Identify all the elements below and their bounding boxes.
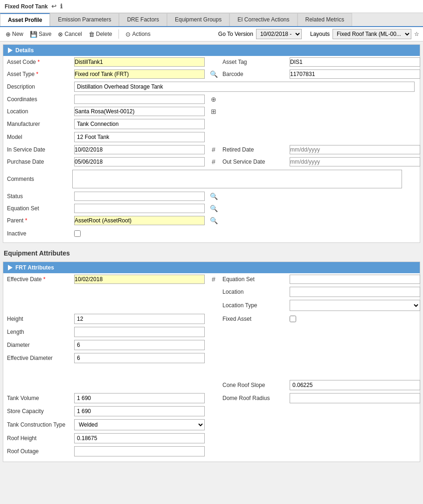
star-icon[interactable]: ☆ [414, 31, 419, 37]
dome-roof-radius-input[interactable] [290, 393, 420, 403]
cancel-icon: ⊗ [58, 31, 63, 38]
in-service-date-label: In Service Date [7, 145, 72, 154]
fixed-asset-label: Fixed Asset [222, 314, 288, 324]
asset-code-label: Asset Code * [7, 58, 72, 66]
delete-icon: 🗑 [89, 31, 95, 38]
tank-construction-type-select[interactable]: Welded [74, 419, 205, 430]
tab-asset-profile[interactable]: Asset Profile [0, 13, 50, 26]
frt-expand-icon[interactable] [8, 265, 13, 270]
asset-code-row: Asset Code * Asset Tag [3, 56, 420, 68]
manufacturer-row: Manufacturer [3, 117, 420, 131]
coordinates-row: Coordinates ⊕ [3, 93, 420, 105]
tab-emission-parameters[interactable]: Emission Parameters [50, 13, 119, 26]
barcode-label: Barcode [222, 70, 288, 78]
frt-location-row: Location ⊞ [3, 285, 420, 298]
height-row: Height Fixed Asset [3, 312, 420, 325]
save-button[interactable]: 💾 Save [28, 30, 53, 39]
status-search-icon[interactable]: 🔍 [207, 192, 221, 201]
tank-volume-label: Tank Volume [7, 393, 72, 403]
roof-height-input[interactable] [74, 433, 205, 443]
purchase-date-label: Purchase Date [7, 158, 72, 166]
actions-icon: ⊙ [125, 31, 131, 38]
retired-date-input[interactable] [290, 145, 420, 154]
asset-type-search-icon[interactable]: 🔍 [207, 69, 221, 79]
layouts-select[interactable]: Fixed Roof Tank (ML-00... [333, 29, 411, 39]
info-icon[interactable]: ℹ [60, 3, 62, 10]
roof-outage-input[interactable] [74, 446, 205, 456]
new-button[interactable]: ⊕ New [4, 30, 25, 39]
status-label: Status [7, 192, 72, 200]
frt-location-type-select[interactable] [290, 300, 420, 311]
store-capacity-input[interactable] [74, 406, 205, 416]
parent-input[interactable] [74, 216, 205, 225]
equation-set-row: Equation Set 🔍 [3, 202, 420, 214]
tab-ei-corrective-actions[interactable]: EI Corrective Actions [229, 13, 297, 26]
delete-button[interactable]: 🗑 Delete [87, 30, 114, 39]
tank-volume-input[interactable] [74, 393, 205, 403]
diameter-input[interactable] [74, 340, 205, 350]
length-label: Length [7, 327, 72, 337]
diameter-label: Diameter [7, 340, 72, 350]
effective-diameter-row: Effective Diameter [3, 352, 420, 365]
frt-equation-set-label: Equation Set [222, 275, 288, 283]
asset-type-input[interactable] [74, 69, 205, 79]
roof-outage-row: Roof Outage [3, 445, 420, 458]
comments-textarea[interactable] [72, 170, 402, 188]
effective-date-row: Effective Date * # Equation Set 🔍 [3, 273, 420, 285]
purchase-date-input[interactable] [74, 157, 205, 166]
height-label: Height [7, 314, 72, 324]
tab-dre-factors[interactable]: DRE Factors [119, 13, 167, 26]
effective-diameter-label: Effective Diameter [7, 353, 72, 363]
coordinates-icon[interactable]: ⊕ [207, 95, 221, 104]
tank-construction-type-label: Tank Construction Type [7, 420, 72, 430]
coordinates-input[interactable] [74, 95, 205, 104]
frt-equation-set-input[interactable] [290, 275, 420, 284]
actions-button[interactable]: ⊙ Actions [124, 30, 152, 39]
fixed-asset-checkbox[interactable] [290, 316, 296, 322]
frt-location-label: Location [222, 287, 288, 297]
diameter-row: Diameter [3, 338, 420, 352]
cone-roof-slope-input[interactable] [290, 380, 420, 390]
back-icon[interactable]: ↩ [51, 3, 56, 10]
manufacturer-input[interactable] [74, 119, 205, 129]
asset-code-input[interactable] [74, 57, 205, 67]
frt-location-type-label: Location Type [222, 300, 288, 311]
cone-roof-row: Cone Roof Slope [3, 379, 420, 392]
asset-tag-input[interactable] [290, 57, 420, 67]
cancel-button[interactable]: ⊗ Cancel [56, 30, 83, 39]
description-input[interactable] [74, 82, 415, 92]
version-select[interactable]: 10/02/2018 - [256, 29, 302, 39]
effective-date-input[interactable] [74, 275, 205, 284]
in-service-date-calendar-icon[interactable]: # [207, 145, 221, 154]
frt-header: FRT Attributes [3, 262, 420, 273]
barcode-input[interactable] [290, 69, 420, 79]
purchase-date-calendar-icon[interactable]: # [207, 157, 221, 166]
expand-icon[interactable] [8, 48, 13, 53]
location-input[interactable] [74, 107, 205, 116]
tank-volume-row: Tank Volume Dome Roof Radius [3, 392, 420, 405]
tab-equipment-groups[interactable]: Equipment Groups [167, 13, 229, 26]
equation-set-search-icon[interactable]: 🔍 [207, 204, 221, 213]
frt-location-input[interactable] [290, 287, 420, 297]
in-service-date-input[interactable] [74, 145, 205, 154]
length-row: Length [3, 325, 420, 338]
inactive-checkbox[interactable] [74, 230, 81, 237]
toolbar-separator [118, 29, 119, 39]
tab-related-metrics[interactable]: Related Metrics [298, 13, 352, 26]
tab-bar: Asset Profile Emission Parameters DRE Fa… [0, 13, 423, 27]
location-icon[interactable]: ⊞ [207, 107, 221, 116]
inactive-row: Inactive [3, 227, 420, 242]
equation-set-input[interactable] [74, 204, 205, 213]
equation-set-label: Equation Set [7, 204, 72, 213]
status-input[interactable] [74, 192, 205, 201]
length-input[interactable] [74, 327, 205, 337]
effective-date-calendar-icon[interactable]: # [207, 275, 221, 284]
parent-search-icon[interactable]: 🔍 [207, 216, 221, 225]
model-input[interactable] [74, 132, 205, 142]
asset-type-label: Asset Type * [7, 70, 72, 78]
out-service-date-input[interactable] [290, 157, 420, 166]
height-input[interactable] [74, 314, 205, 324]
details-section: Details Asset Code * Asset Tag Asset Typ… [3, 44, 420, 243]
effective-diameter-input[interactable] [74, 353, 205, 363]
roof-height-label: Roof Height [7, 433, 72, 443]
